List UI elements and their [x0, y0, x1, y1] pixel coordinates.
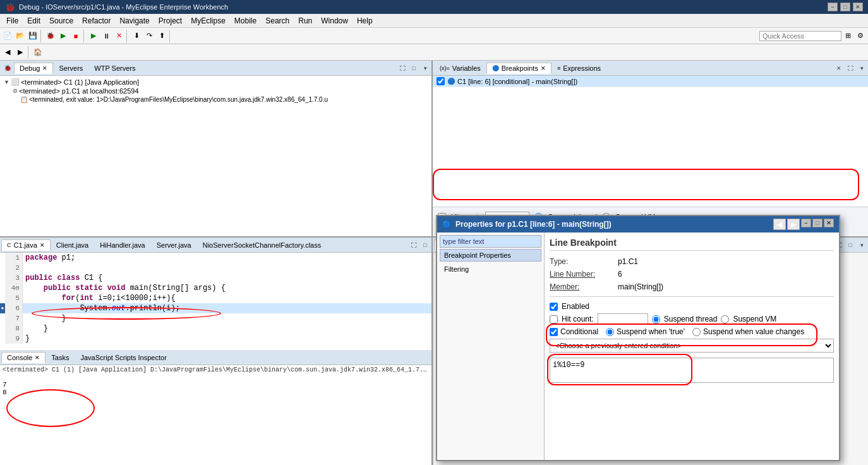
menu-edit[interactable]: Edit — [23, 16, 44, 26]
menu-help[interactable]: Help — [353, 16, 377, 26]
step-into-btn[interactable]: ⬇ — [130, 30, 143, 42]
tab-server[interactable]: Server.java — [151, 239, 197, 251]
code-editor[interactable]: 1 package p1; 2 3 public class C1 { 4⊖ — [0, 253, 431, 350]
tab-variables[interactable]: (x)= Variables — [434, 63, 486, 74]
close-debug-tab[interactable]: ✕ — [42, 65, 47, 71]
run-btn[interactable]: ▶ — [57, 30, 69, 42]
step-return-btn[interactable]: ⬆ — [155, 30, 168, 42]
menu-mobile[interactable]: Mobile — [231, 16, 260, 26]
tab-console[interactable]: Console ✕ — [1, 352, 45, 363]
c1-icon: C — [7, 242, 11, 248]
dialog-body: Breakpoint Properties Filtering Line Bre… — [437, 232, 839, 460]
tab-expressions[interactable]: ≡ Expressions — [552, 63, 606, 74]
menu-window[interactable]: Window — [317, 16, 352, 26]
open-btn[interactable]: 📂 — [14, 30, 27, 42]
tab-js-inspector-label: JavaScript Scripts Inspector — [80, 354, 166, 361]
bp-checkbox[interactable] — [437, 77, 445, 85]
close-console-tab[interactable]: ✕ — [35, 354, 40, 361]
suspend-btn[interactable]: ⏸ — [100, 30, 112, 42]
hit-count-checkbox[interactable] — [550, 315, 558, 323]
bp-panel-menu[interactable]: ▾ — [857, 64, 867, 73]
outline-menu[interactable]: ▾ — [857, 241, 867, 250]
exit-icon: 📋 — [20, 96, 28, 103]
condition-dropdown[interactable]: <Choose a previously entered condition> — [550, 339, 834, 353]
console-line-3: 8 — [3, 389, 429, 396]
bp-item-label: C1 [line: 6] [conditional] - main(String… — [457, 78, 577, 85]
menu-source[interactable]: Source — [45, 16, 77, 26]
debug-panel-menu[interactable]: ▾ — [420, 64, 430, 73]
tree-item-exit[interactable]: 📋 <terminated, exit value: 1>D:\JavaProg… — [3, 95, 394, 104]
tree-item-app[interactable]: ▼ ⬜ <terminated> C1 (1) [Java Applicatio… — [3, 77, 429, 87]
perspectives-btn[interactable]: ⊞ — [841, 30, 854, 42]
dlg-conditional-checkbox[interactable] — [550, 328, 558, 336]
tab-client[interactable]: Client.java — [51, 239, 94, 251]
menu-myeclipse[interactable]: MyEclipse — [187, 16, 229, 26]
dialog-minimize-btn[interactable]: − — [801, 219, 811, 227]
tab-debug[interactable]: Debug ✕ — [14, 63, 53, 74]
dialog-title-bar: 🔵 Properties for p1.C1 [line:6] - main(S… — [437, 216, 839, 232]
line-num-6: 6 — [5, 303, 23, 313]
close-btn[interactable]: ✕ — [853, 3, 863, 11]
dialog-close-btn[interactable]: ✕ — [824, 219, 834, 227]
dlg-suspend-true-radio[interactable] — [606, 328, 614, 336]
tab-servers[interactable]: Servers — [53, 63, 88, 74]
dialog-restore-btn[interactable]: □ — [812, 219, 823, 227]
tab-hihandler[interactable]: HiHandler.java — [94, 239, 151, 251]
bp-panel-minimize[interactable]: ⛶ — [845, 64, 855, 73]
dlg-suspend-change-radio[interactable] — [692, 328, 701, 336]
dialog-filter-input[interactable] — [440, 235, 541, 248]
tab-wtp-servers[interactable]: WTP Servers — [88, 63, 141, 74]
tab-factory[interactable]: NioServerSocketChannelFactory.class — [197, 239, 327, 251]
condition-textarea[interactable]: i%10==9 — [550, 358, 834, 383]
resume-btn[interactable]: ▶ — [87, 30, 100, 42]
dialog-nav-filtering[interactable]: Filtering — [440, 263, 541, 275]
back-btn[interactable]: ◀ — [1, 46, 14, 59]
type-field: Type: p1.C1 — [550, 257, 834, 266]
menu-search[interactable]: Search — [262, 16, 293, 26]
editor-min[interactable]: ⛶ — [409, 241, 419, 250]
type-label: Type: — [550, 257, 613, 266]
step-over-btn[interactable]: ↷ — [143, 30, 155, 42]
close-bp-tab[interactable]: ✕ — [541, 65, 546, 71]
tab-breakpoints[interactable]: 🔵 Breakpoints ✕ — [486, 63, 552, 74]
minimize-btn[interactable]: − — [828, 3, 838, 11]
outline-max[interactable]: □ — [845, 241, 855, 250]
bp-panel-close[interactable]: ✕ — [834, 64, 844, 73]
menu-run[interactable]: Run — [294, 16, 316, 26]
editor-max[interactable]: □ — [420, 241, 430, 250]
stop-btn[interactable]: ■ — [69, 30, 82, 42]
tab-js-inspector[interactable]: JavaScript Scripts Inspector — [75, 352, 172, 363]
dlg-suspend-thread-radio[interactable] — [652, 315, 660, 323]
debug-btn[interactable]: 🐞 — [44, 30, 57, 42]
hit-count-input[interactable] — [598, 313, 648, 325]
forward-btn[interactable]: ▶ — [14, 46, 27, 59]
debug-panel-minimize[interactable]: ⛶ — [397, 64, 407, 73]
menu-refactor[interactable]: Refactor — [78, 16, 114, 26]
bp-tab-bar: (x)= Variables 🔵 Breakpoints ✕ ≡ Express… — [433, 61, 868, 76]
new-btn[interactable]: 📄 — [1, 30, 14, 42]
dialog-back-btn[interactable]: ◀ — [773, 219, 786, 230]
window-title: Debug - IOServer/src/p1/C1.java - MyEcli… — [19, 3, 228, 11]
line-num-9: 9 — [5, 334, 23, 344]
menu-navigate[interactable]: Navigate — [116, 16, 153, 26]
settings-icon[interactable]: ⚙ — [854, 30, 867, 42]
bp-list-item[interactable]: 🔵 C1 [line: 6] [conditional] - main(Stri… — [433, 76, 868, 87]
menu-file[interactable]: File — [3, 16, 22, 26]
enabled-checkbox[interactable] — [550, 303, 558, 311]
tab-tasks[interactable]: Tasks — [45, 352, 75, 363]
dialog-nav-bp-properties[interactable]: Breakpoint Properties — [440, 249, 541, 262]
tab-expressions-label: Expressions — [563, 64, 601, 72]
tab-c1[interactable]: C C1.java ✕ — [1, 239, 51, 251]
maximize-btn[interactable]: □ — [840, 3, 850, 11]
menu-project[interactable]: Project — [155, 16, 186, 26]
close-c1-tab[interactable]: ✕ — [40, 242, 45, 248]
dlg-suspend-vm-radio[interactable] — [721, 315, 729, 323]
quick-access-input[interactable] — [759, 31, 841, 41]
home-btn[interactable]: 🏠 — [32, 46, 44, 59]
dialog-fwd-btn[interactable]: ▶ — [787, 219, 800, 230]
save-btn[interactable]: 💾 — [27, 30, 39, 42]
debug-panel-maximize[interactable]: □ — [409, 64, 419, 73]
condition-dropdown-row: <Choose a previously entered condition> — [550, 339, 834, 353]
tree-item-process[interactable]: ⚙ <terminated> p1.C1 at localhost:62594 — [3, 87, 429, 95]
terminate-btn[interactable]: ✕ — [112, 30, 125, 42]
